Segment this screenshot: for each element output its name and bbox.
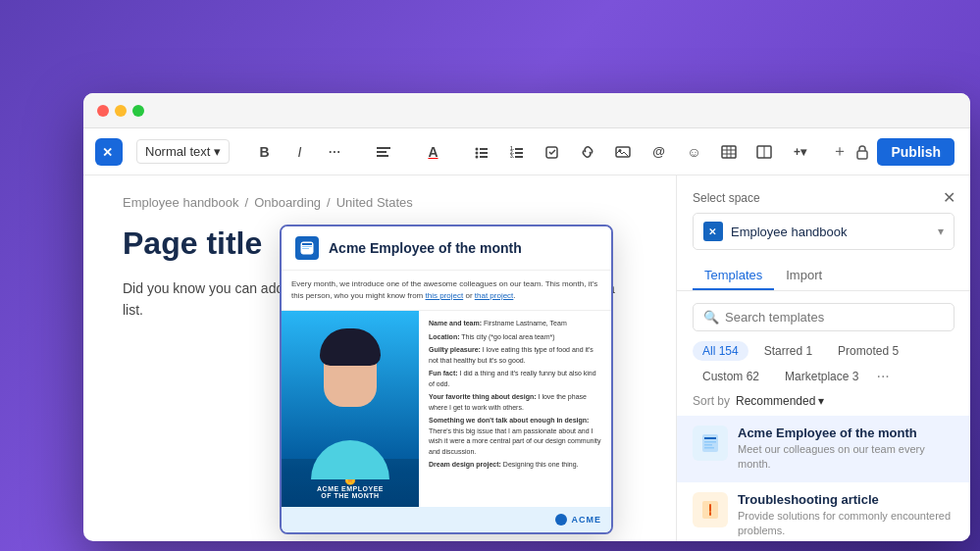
select-space-label: Select space: [693, 191, 954, 205]
svg-rect-38: [704, 441, 716, 443]
svg-text:✕: ✕: [708, 226, 716, 237]
minimize-window-button[interactable]: [115, 105, 127, 117]
filter-marketplace[interactable]: Marketplace 3: [775, 367, 868, 386]
app-logo: ✕: [95, 138, 123, 166]
image-button[interactable]: [608, 138, 638, 166]
template-content-acme: Acme Employee of the month Meet our coll…: [738, 426, 954, 473]
svg-rect-13: [515, 152, 523, 154]
svg-rect-3: [377, 155, 388, 157]
close-panel-button[interactable]: ✕: [937, 185, 960, 209]
template-preview-card: Acme Employee of the month Every month, …: [280, 225, 613, 534]
tpc-intro: Every month, we introduce one of the awe…: [282, 271, 611, 311]
svg-rect-15: [515, 156, 523, 158]
app-window: ✕ Normal text ▾ B I ··· A 1.2.3.: [83, 93, 970, 541]
maximize-window-button[interactable]: [132, 105, 144, 117]
add-collaborator-button[interactable]: ＋: [832, 138, 848, 166]
svg-rect-11: [515, 148, 523, 150]
svg-rect-2: [377, 151, 387, 153]
space-dropdown-chevron: ▾: [938, 225, 944, 238]
tpc-badge-line1: ACME EMPLOYEE: [285, 485, 415, 492]
template-content-troubleshooting: Troubleshooting article Provide solution…: [738, 492, 954, 539]
traffic-lights: [97, 105, 144, 117]
restrict-button[interactable]: [853, 138, 871, 166]
more-insert-button[interactable]: +▾: [785, 138, 814, 166]
space-select-section: Select space ✕ Employee handbook ▾: [677, 175, 970, 250]
svg-text:3.: 3.: [510, 153, 515, 159]
sort-dropdown[interactable]: Recommended ▾: [736, 394, 824, 408]
bold-button[interactable]: B: [249, 138, 279, 166]
template-title-troubleshooting: Troubleshooting article: [738, 492, 954, 507]
main-area: Employee handbook / Onboarding / United …: [83, 175, 970, 541]
filter-promoted[interactable]: Promoted 5: [828, 341, 908, 361]
space-select-dropdown[interactable]: ✕ Employee handbook ▾: [693, 213, 954, 250]
template-list: Acme Employee of the month Meet our coll…: [677, 412, 970, 541]
table-button[interactable]: [714, 138, 744, 166]
breadcrumb-item-3[interactable]: United States: [336, 195, 413, 210]
svg-point-6: [476, 151, 479, 154]
filter-custom[interactable]: Custom 62: [693, 367, 769, 386]
space-name: Employee handbook: [731, 225, 930, 239]
svg-rect-1: [377, 147, 390, 149]
svg-rect-9: [480, 156, 488, 158]
breadcrumb-item-2[interactable]: Onboarding: [254, 195, 321, 210]
text-style-label: Normal text: [145, 144, 210, 159]
svg-point-34: [555, 514, 567, 526]
close-window-button[interactable]: [97, 105, 109, 117]
breadcrumb-item-1[interactable]: Employee handbook: [123, 195, 239, 210]
tpc-title: Acme Employee of the month: [329, 240, 522, 256]
svg-rect-32: [302, 246, 312, 247]
sort-chevron: ▾: [818, 394, 824, 408]
filter-starred[interactable]: Starred 1: [754, 341, 822, 361]
title-bar: [83, 93, 970, 128]
filters-more-button[interactable]: ···: [876, 368, 889, 385]
text-style-chevron: ▾: [214, 144, 221, 159]
layout-button[interactable]: [749, 138, 779, 166]
template-title-acme: Acme Employee of the month: [738, 426, 954, 440]
svg-rect-19: [722, 146, 736, 158]
avatar-body: [311, 440, 389, 479]
bullet-list-button[interactable]: [467, 138, 496, 166]
svg-rect-36: [702, 434, 718, 452]
tpc-text-side: Name and team: Firstname Lastname, Team …: [419, 311, 611, 507]
tpc-footer-logo: ACME: [572, 515, 602, 525]
svg-rect-37: [704, 437, 716, 439]
template-search[interactable]: 🔍: [693, 303, 954, 331]
svg-rect-7: [480, 152, 488, 154]
sort-section: Sort by Recommended ▾: [677, 386, 970, 412]
align-button[interactable]: [369, 138, 398, 166]
italic-button[interactable]: I: [284, 138, 314, 166]
breadcrumb: Employee handbook / Onboarding / United …: [123, 195, 637, 210]
emoji-button[interactable]: ☺: [679, 138, 708, 166]
tpc-body: 🏅 ACME EMPLOYEE OF THE MONTH Name and te…: [282, 311, 611, 507]
template-desc-troubleshooting: Provide solutions for commonly encounter…: [738, 509, 954, 539]
search-icon: 🔍: [703, 310, 719, 325]
link-button[interactable]: [573, 138, 602, 166]
close-button[interactable]: Close: [960, 138, 970, 166]
avatar-hair: [320, 328, 381, 366]
tab-templates[interactable]: Templates: [693, 262, 774, 290]
text-style-dropdown[interactable]: Normal text ▾: [136, 139, 230, 164]
task-button[interactable]: [538, 138, 567, 166]
sort-label: Sort by: [693, 394, 730, 408]
filter-all[interactable]: All 154: [693, 341, 748, 361]
tpc-icon: [295, 236, 319, 260]
text-color-button[interactable]: A: [418, 138, 447, 166]
template-item-acme[interactable]: Acme Employee of the month Meet our coll…: [677, 416, 970, 482]
toolbar: ✕ Normal text ▾ B I ··· A 1.2.3.: [83, 128, 970, 175]
tpc-header: Acme Employee of the month: [282, 226, 611, 271]
search-input[interactable]: [725, 310, 944, 325]
template-icon-troubleshooting: [693, 492, 728, 527]
publish-button[interactable]: Publish: [877, 138, 954, 166]
svg-rect-39: [704, 444, 712, 446]
svg-rect-31: [302, 243, 312, 245]
right-panel: ✕ Select space ✕ Employee handbook ▾ Tem…: [676, 175, 970, 541]
svg-rect-5: [480, 148, 488, 150]
ordered-list-button[interactable]: 1.2.3.: [502, 138, 532, 166]
svg-point-8: [476, 155, 479, 158]
mention-button[interactable]: @: [644, 138, 673, 166]
more-format-button[interactable]: ···: [320, 138, 349, 166]
panel-tabs: Templates Import: [677, 250, 970, 291]
editor-pane[interactable]: Employee handbook / Onboarding / United …: [83, 175, 676, 541]
template-item-troubleshooting[interactable]: Troubleshooting article Provide solution…: [677, 482, 970, 541]
tab-import[interactable]: Import: [774, 262, 834, 290]
